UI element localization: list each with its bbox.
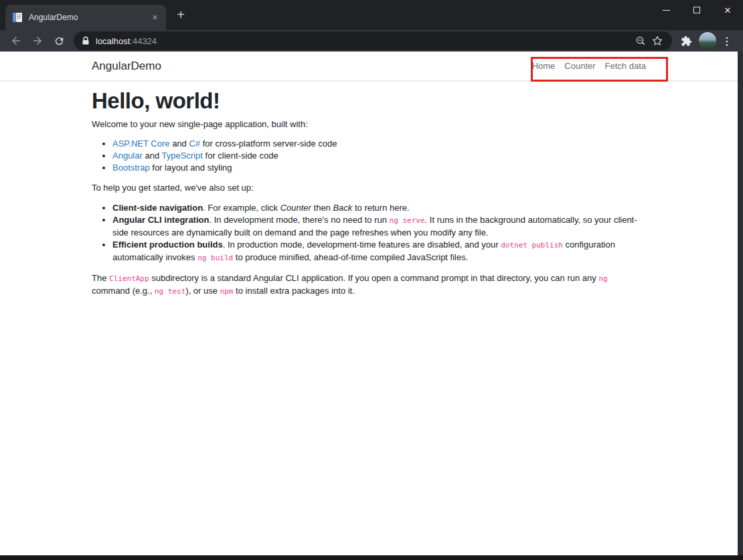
inline-link[interactable]: Bootstrap	[112, 163, 150, 173]
inline-link[interactable]: TypeScript	[162, 151, 203, 161]
back-button[interactable]	[5, 31, 27, 50]
reload-button[interactable]	[48, 31, 70, 50]
list-item: ASP.NET Core and C# for cross-platform s…	[112, 138, 646, 150]
minimize-icon	[663, 10, 670, 11]
intro-paragraph: Welcome to your new single-page applicat…	[92, 118, 646, 130]
forward-arrow-icon	[31, 35, 44, 47]
window-controls: ✕	[651, 0, 743, 20]
favicon-icon	[12, 12, 23, 23]
setup-intro-paragraph: To help you get started, we've also set …	[92, 182, 646, 194]
forward-button[interactable]	[27, 31, 48, 50]
browser-window: AngularDemo ✕ + ✕ localhost:	[0, 0, 743, 560]
list-item: Efficient production builds. In producti…	[112, 239, 646, 264]
inline-code: npm	[220, 287, 234, 296]
text-segment: command (e.g.,	[92, 286, 155, 296]
profile-avatar[interactable]	[699, 32, 716, 50]
browser-tab[interactable]: AngularDemo ✕	[5, 5, 166, 30]
main-content: Hello, world! Welcome to your new single…	[0, 81, 738, 298]
list-item: Angular and TypeScript for client-side c…	[112, 150, 646, 162]
minimize-button[interactable]	[651, 0, 681, 20]
nav-link-fetch-data[interactable]: Fetch data	[605, 61, 646, 71]
text-segment: Efficient production builds	[112, 240, 223, 250]
inline-code: ClientApp	[109, 274, 149, 283]
lock-icon[interactable]	[82, 36, 90, 45]
text-segment: Client-side navigation	[112, 203, 203, 213]
inline-link[interactable]: C#	[189, 138, 200, 149]
inline-code: ng build	[197, 254, 233, 262]
text-segment: ), or use	[185, 286, 220, 296]
browser-toolbar: localhost:44324 ⋮	[0, 30, 743, 52]
text-segment: Counter	[280, 203, 311, 213]
inline-link[interactable]: ASP.NET Core	[112, 138, 170, 149]
footer-paragraph: The ClientApp subdirectory is a standard…	[92, 272, 646, 298]
list-item: Bootstrap for layout and styling	[112, 162, 646, 174]
text-segment: for cross-platform server-side code	[200, 138, 337, 149]
text-segment: to produce minified, ahead-of-time compi…	[233, 252, 468, 262]
nav-link-counter[interactable]: Counter	[564, 61, 595, 71]
desktop-edge-right	[738, 52, 743, 555]
close-button[interactable]: ✕	[712, 0, 743, 20]
text-segment: to install extra packages into it.	[233, 286, 354, 296]
text-segment: . In development mode, there's no need t…	[209, 215, 389, 225]
text-segment: and	[170, 138, 189, 149]
text-segment: . For example, click	[203, 203, 280, 213]
text-segment: to return here.	[352, 203, 409, 213]
text-segment: The	[92, 273, 109, 283]
desktop-edge-bottom	[0, 555, 743, 560]
text-segment: . In production mode, development-time f…	[223, 240, 501, 250]
setup-list: Client-side navigation. For example, cli…	[92, 202, 646, 264]
reload-icon	[54, 35, 65, 47]
text-segment: Angular CLI integration	[112, 215, 209, 225]
text-segment: subdirectory is a standard Angular CLI a…	[149, 273, 599, 283]
url-host: localhost	[96, 36, 130, 46]
address-bar[interactable]: localhost:44324	[74, 31, 672, 50]
text-segment: for layout and styling	[150, 163, 232, 173]
nav-menu: HomeCounterFetch data	[532, 61, 646, 71]
extensions-puzzle-icon[interactable]	[676, 31, 696, 50]
tech-list: ASP.NET Core and C# for cross-platform s…	[92, 138, 646, 174]
inline-code: dotnet publish	[501, 241, 563, 250]
site-navbar: AngularDemo HomeCounterFetch data	[0, 52, 738, 81]
list-item: Client-side navigation. For example, cli…	[112, 202, 646, 214]
text-segment: for client-side code	[203, 151, 278, 161]
url-port: :44324	[130, 36, 157, 46]
bookmark-star-icon[interactable]	[652, 35, 663, 46]
tab-strip: AngularDemo ✕ + ✕	[0, 0, 743, 30]
url-text[interactable]: localhost:44324	[96, 36, 157, 46]
text-segment: and	[143, 151, 162, 161]
text-segment: then	[311, 203, 333, 213]
text-segment: Back	[333, 203, 352, 213]
inline-link[interactable]: Angular	[112, 151, 143, 161]
inline-code: ng serve	[390, 216, 425, 225]
nav-link-home[interactable]: Home	[532, 61, 556, 71]
menu-kebab-icon[interactable]: ⋮	[719, 35, 735, 48]
tab-close-icon[interactable]: ✕	[151, 13, 159, 23]
page-content: AngularDemo HomeCounterFetch data Hello,…	[0, 52, 738, 555]
back-arrow-icon	[10, 35, 22, 47]
zoom-indicator-icon[interactable]	[635, 35, 646, 46]
tab-title: AngularDemo	[29, 13, 145, 22]
close-icon: ✕	[724, 6, 732, 15]
maximize-icon	[693, 7, 700, 13]
new-tab-button[interactable]: +	[173, 7, 189, 22]
maximize-button[interactable]	[681, 0, 712, 20]
page-title: Hello, world!	[92, 90, 646, 112]
list-item: Angular CLI integration. In development …	[112, 214, 646, 239]
inline-code: ng	[598, 274, 607, 283]
navbar-brand[interactable]: AngularDemo	[92, 60, 161, 73]
inline-code: ng test	[155, 287, 185, 296]
